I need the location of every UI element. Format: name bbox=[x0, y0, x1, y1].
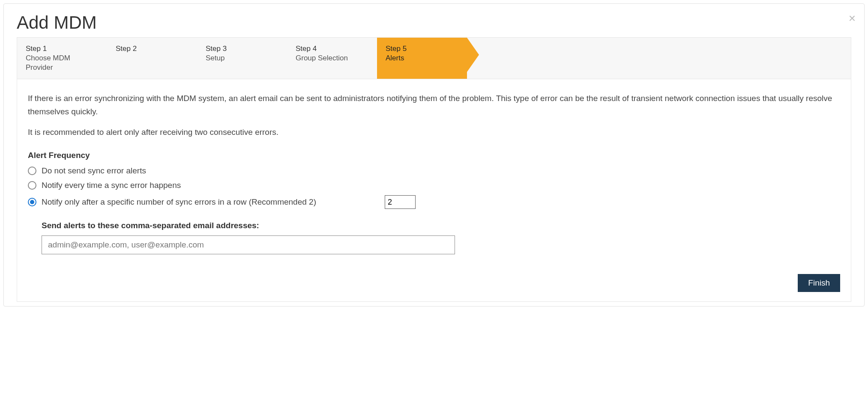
step-number: Step 3 bbox=[206, 44, 278, 54]
footer-actions: Finish bbox=[798, 274, 840, 292]
step-label: Alerts bbox=[386, 54, 458, 63]
wizard-step-3[interactable]: Step 3 Setup bbox=[197, 38, 287, 79]
wizard-step-2[interactable]: Step 2 bbox=[107, 38, 197, 79]
step-number: Step 2 bbox=[116, 44, 189, 54]
step-number: Step 1 bbox=[26, 44, 99, 54]
alert-frequency-heading: Alert Frequency bbox=[28, 151, 840, 160]
radio-icon[interactable] bbox=[28, 167, 36, 175]
wizard-steps: Step 1 Choose MDM Provider Step 2 Step 3… bbox=[17, 37, 851, 79]
step-number: Step 4 bbox=[296, 44, 368, 54]
threshold-input[interactable] bbox=[385, 195, 416, 209]
modal-header: Add MDM × bbox=[4, 4, 864, 37]
radio-option-threshold[interactable]: Notify only after a specific number of s… bbox=[28, 195, 840, 209]
content-area: If there is an error synchronizing with … bbox=[17, 79, 851, 302]
intro-paragraph-2: It is recommended to alert only after re… bbox=[28, 126, 840, 139]
wizard-step-4[interactable]: Step 4 Group Selection bbox=[287, 38, 377, 79]
finish-button[interactable]: Finish bbox=[798, 274, 840, 292]
email-section: Send alerts to these comma-separated ema… bbox=[42, 221, 840, 254]
close-icon[interactable]: × bbox=[849, 12, 856, 24]
radio-icon[interactable] bbox=[28, 181, 36, 190]
radio-icon[interactable] bbox=[28, 198, 36, 206]
radio-option-every[interactable]: Notify every time a sync error happens bbox=[28, 181, 840, 190]
email-addresses-input[interactable] bbox=[42, 235, 455, 254]
radio-label: Notify only after a specific number of s… bbox=[42, 197, 316, 207]
step-label: Choose MDM Provider bbox=[26, 54, 99, 72]
add-mdm-modal: Add MDM × Step 1 Choose MDM Provider Ste… bbox=[3, 3, 865, 307]
radio-option-none[interactable]: Do not send sync error alerts bbox=[28, 166, 840, 176]
radio-label: Notify every time a sync error happens bbox=[42, 181, 181, 190]
radio-label: Do not send sync error alerts bbox=[42, 166, 146, 176]
intro-paragraph-1: If there is an error synchronizing with … bbox=[28, 92, 840, 118]
wizard-step-1[interactable]: Step 1 Choose MDM Provider bbox=[17, 38, 107, 79]
step-number: Step 5 bbox=[386, 44, 458, 54]
wizard-step-5[interactable]: Step 5 Alerts bbox=[377, 38, 467, 79]
step-label: Group Selection bbox=[296, 54, 368, 63]
step-label: Setup bbox=[206, 54, 278, 63]
email-addresses-label: Send alerts to these comma-separated ema… bbox=[42, 221, 840, 230]
modal-title: Add MDM bbox=[17, 12, 851, 33]
